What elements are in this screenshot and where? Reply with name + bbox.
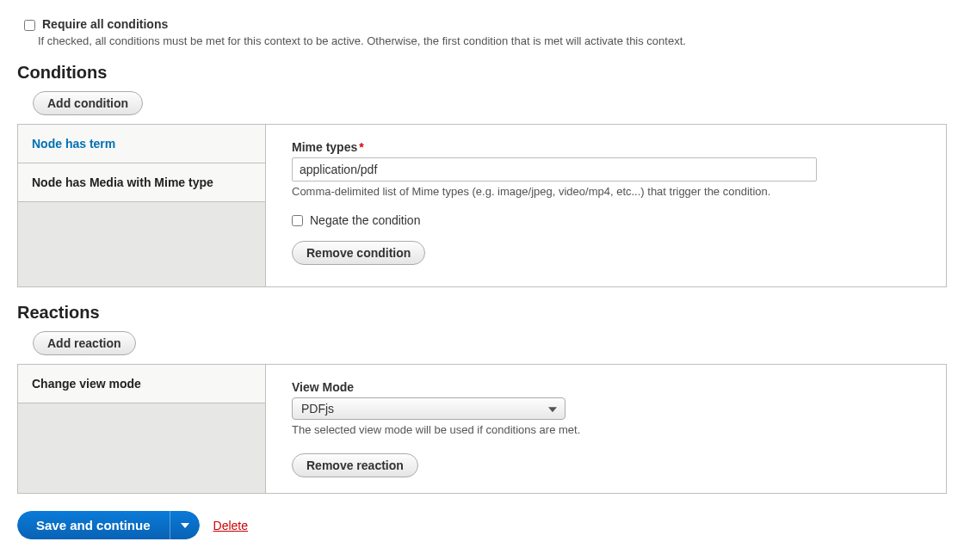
reactions-panel: Change view mode View Mode PDFjs The sel…: [17, 364, 947, 494]
require-conditions-checkbox[interactable]: [24, 20, 35, 31]
negate-condition-label: Negate the condition: [310, 213, 420, 227]
delete-link[interactable]: Delete: [213, 519, 248, 532]
view-mode-select[interactable]: PDFjs: [292, 397, 565, 420]
require-conditions-description: If checked, all conditions must be met f…: [38, 34, 947, 47]
tab-label: Node has term: [32, 137, 115, 151]
tab-node-has-media-mime[interactable]: Node has Media with Mime type: [18, 163, 265, 202]
reactions-detail: View Mode PDFjs The selected view mode w…: [266, 365, 946, 493]
require-conditions-field: Require all conditions If checked, all c…: [17, 17, 947, 47]
mime-types-label-text: Mime types: [292, 140, 357, 154]
negate-condition-checkbox[interactable]: [292, 215, 303, 226]
add-condition-button[interactable]: Add condition: [33, 91, 143, 115]
require-conditions-label: Require all conditions: [42, 17, 168, 31]
save-dropdown-toggle[interactable]: [170, 511, 200, 539]
conditions-title: Conditions: [17, 63, 947, 83]
reactions-tabs: Change view mode: [18, 365, 266, 493]
view-mode-help: The selected view mode will be used if c…: [292, 423, 920, 436]
mime-types-input[interactable]: [292, 157, 817, 182]
add-reaction-button[interactable]: Add reaction: [33, 331, 136, 355]
tab-label: Change view mode: [32, 377, 141, 391]
view-mode-label: View Mode: [292, 380, 920, 394]
chevron-down-icon: [181, 523, 189, 528]
tab-change-view-mode[interactable]: Change view mode: [18, 365, 265, 403]
save-and-continue-button[interactable]: Save and continue: [17, 511, 170, 539]
tab-node-has-term[interactable]: Node has term: [18, 125, 265, 163]
save-split-button: Save and continue: [17, 511, 200, 539]
required-marker: *: [359, 140, 363, 154]
tab-label: Node has Media with Mime type: [32, 175, 213, 189]
reactions-title: Reactions: [17, 303, 947, 323]
mime-types-label: Mime types*: [292, 140, 920, 154]
conditions-tabs: Node has term Node has Media with Mime t…: [18, 125, 266, 286]
remove-condition-button[interactable]: Remove condition: [292, 241, 425, 265]
conditions-detail: Mime types* Comma-delimited list of Mime…: [266, 125, 946, 286]
mime-types-help: Comma-delimited list of Mime types (e.g.…: [292, 185, 920, 198]
view-mode-select-wrap: PDFjs: [292, 397, 565, 420]
conditions-panel: Node has term Node has Media with Mime t…: [17, 124, 947, 287]
remove-reaction-button[interactable]: Remove reaction: [292, 453, 418, 477]
actions-bar: Save and continue Delete: [17, 511, 947, 539]
